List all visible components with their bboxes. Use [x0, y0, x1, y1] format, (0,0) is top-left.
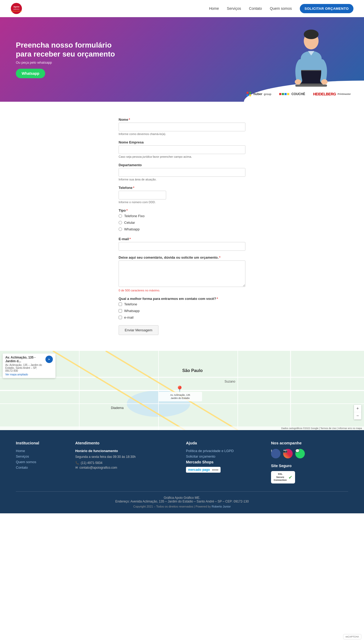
brand-huber: huber group [246, 92, 271, 96]
brands-section: huber group COUCHÉ HEIDELBERG Printmaste… [246, 92, 351, 96]
nav-home[interactable]: Home [209, 6, 219, 11]
empresa-input[interactable] [119, 145, 245, 154]
footer-email: contato@apoiografico.com [80, 466, 117, 469]
footer-nos-acompanhe: Nos acompanhe f 📷 💬 Site Seguro SSLSecur… [271, 441, 348, 483]
tipo-required: * [126, 208, 128, 212]
footer-link-quem-somos[interactable]: Quem somos [16, 460, 67, 464]
brand-couche: COUCHÉ [279, 92, 305, 96]
site-seguro-section: Site Seguro SSLSecureConnection ✔ [271, 464, 348, 483]
map-info-overlay: Av. Aclimação, 135 - Jardim d... Av. Acl… [3, 353, 55, 378]
enviar-mensagem-button[interactable]: Enviar Mensagem [119, 325, 158, 335]
footer-grid: Institucional Home Serviços Quem somos C… [16, 441, 348, 483]
map-attribution-text: Dados cartográficos ©2022 Google | Termo… [281, 427, 362, 430]
footer-ajuda: Ajuda Política de privacidade e LGPD Sol… [186, 441, 263, 483]
email-input[interactable] [119, 242, 245, 251]
tipo-group: Tipo* Telefone Fixo Celular Whatsapp [119, 208, 245, 232]
contact-form: Nome* Informe como devemos chamá-lo(a). … [119, 118, 245, 335]
contato-email-checkbox[interactable] [119, 316, 122, 319]
site-footer: Institucional Home Serviços Quem somos C… [0, 430, 364, 513]
nav-contato[interactable]: Contato [249, 6, 262, 11]
hero-person-image [285, 22, 338, 102]
contato-whatsapp-text: Whatsapp [124, 309, 140, 313]
footer-atendimento: Atendimento Horário de funcionamento Seg… [75, 441, 178, 483]
map-zoom-in-button[interactable]: + [354, 405, 361, 412]
contato-telefone-label[interactable]: Telefone [119, 302, 245, 306]
footer-ajuda-title: Ajuda [186, 441, 263, 445]
contato-required: * [217, 297, 218, 301]
departamento-input[interactable] [119, 168, 245, 177]
footer-link-servicos[interactable]: Serviços [16, 454, 67, 458]
mp-text: mercado [188, 468, 201, 472]
email-label: E-mail* [119, 237, 245, 241]
footer-link-contato[interactable]: Contato [16, 466, 67, 469]
mp-suffix: ●●●●● [212, 469, 218, 471]
nav-servicos[interactable]: Serviços [227, 6, 241, 11]
tipo-label: Tipo* [119, 208, 245, 212]
nome-hint: Informe como devemos chamá-lo(a). [119, 132, 245, 136]
footer-link-lgpd[interactable]: Política de privacidade e LGPD [186, 449, 263, 453]
footer-institucional-title: Institucional [16, 441, 67, 445]
solicitar-orcamento-button[interactable]: SOLICITAR ORÇAMENTO [300, 4, 353, 13]
powered-by-link[interactable]: Roberto Junior [212, 505, 231, 508]
huber-dots-icon [246, 92, 251, 96]
instagram-button[interactable]: 📷 [283, 449, 293, 458]
map-location-title: Av. Aclimação, 135 - Jardim d... [5, 356, 43, 363]
hero-subtitle: Ou peça pelo whatsapp [16, 61, 122, 64]
footer-phone: (11) 4971-5834 [81, 461, 102, 465]
hero-content: Preencha nosso formulário para receber s… [16, 41, 122, 78]
contato-telefone-text: Telefone [124, 302, 137, 306]
map-expand-link[interactable]: Ver mapa ampliado [5, 373, 28, 376]
nome-required: * [129, 118, 130, 122]
site-seguro-title: Site Seguro [271, 464, 348, 468]
footer-link-orcamento[interactable]: Solicitar orçamento [186, 454, 263, 458]
tipo-fixo-text: Telefone Fixo [124, 214, 144, 218]
social-links: f 📷 💬 [271, 449, 348, 460]
tipo-whatsapp-label[interactable]: Whatsapp [119, 227, 245, 231]
nav-quem-somos[interactable]: Quem somos [270, 6, 292, 11]
svg-text:GRÁFICO: GRÁFICO [13, 8, 20, 10]
telefone-group: Telefone* Informe o número com DDD. [119, 186, 245, 204]
tipo-celular-radio[interactable] [119, 221, 122, 224]
logo: Apoio GRÁFICO IMPRESSÕES EM GERAL [11, 3, 24, 14]
svg-rect-7 [300, 71, 322, 83]
footer-institucional: Institucional Home Serviços Quem somos C… [16, 441, 67, 483]
whatsapp-social-button[interactable]: 💬 [295, 449, 305, 458]
map-address: Av. Aclimação, 135 – Jardim doEstádio, S… [5, 364, 43, 372]
footer-phone-row: 📞 (11) 4971-5834 [75, 461, 178, 465]
empresa-hint: Caso seja pessoa jurídica favor preenche… [119, 155, 245, 158]
footer-horario-text: Segunda a sexta feira das 09:30 às 18:30… [75, 454, 178, 459]
mercado-shops-title: Mercado Shops [186, 460, 263, 464]
tipo-celular-label[interactable]: Celular [119, 221, 245, 225]
tipo-whatsapp-radio[interactable] [119, 227, 122, 231]
footer-horario-title: Horário de funcionamento [75, 449, 178, 453]
svg-text:Jardim do Estádio: Jardim do Estádio [171, 397, 190, 399]
tipo-fixo-radio[interactable] [119, 214, 122, 218]
nome-input[interactable] [119, 123, 245, 131]
mp-pago: pago [202, 468, 210, 472]
contato-email-label[interactable]: e-mail [119, 315, 245, 319]
telefone-required: * [133, 186, 134, 190]
comentario-group: Deixe aqui seu comentário, dúvida ou sol… [119, 255, 245, 292]
telefone-hint: Informe o número com DDD. [119, 201, 245, 204]
comentario-textarea[interactable] [119, 260, 245, 287]
tipo-celular-text: Celular [124, 221, 135, 225]
contato-whatsapp-label[interactable]: Whatsapp [119, 309, 245, 313]
svg-text:Apoio: Apoio [13, 6, 20, 8]
map-zoom-out-button[interactable]: − [354, 412, 361, 420]
contato-telefone-checkbox[interactable] [119, 303, 122, 306]
tipo-fixo-label[interactable]: Telefone Fixo [119, 214, 245, 218]
char-count: 0 de 500 caracteres no máximo. [119, 289, 245, 292]
map-routes-button[interactable]: ➤ [45, 356, 53, 363]
svg-rect-26 [158, 392, 202, 401]
couche-squares-icon [279, 93, 289, 95]
telefone-input[interactable] [119, 191, 166, 199]
footer-link-home[interactable]: Home [16, 449, 67, 453]
facebook-button[interactable]: f [271, 449, 281, 458]
footer-email-row: ✉ contato@apoiografico.com [75, 466, 178, 469]
departamento-hint: Informe sua área de atuação. [119, 178, 245, 181]
footer-atendimento-title: Atendimento [75, 441, 178, 445]
contato-whatsapp-checkbox[interactable] [119, 309, 122, 313]
hero-whatsapp-button[interactable]: Whatsapp [16, 69, 45, 78]
telefone-label: Telefone* [119, 186, 245, 190]
footer-address: Endereço: Avenida Aclimação, 135 – Jardi… [16, 500, 348, 503]
